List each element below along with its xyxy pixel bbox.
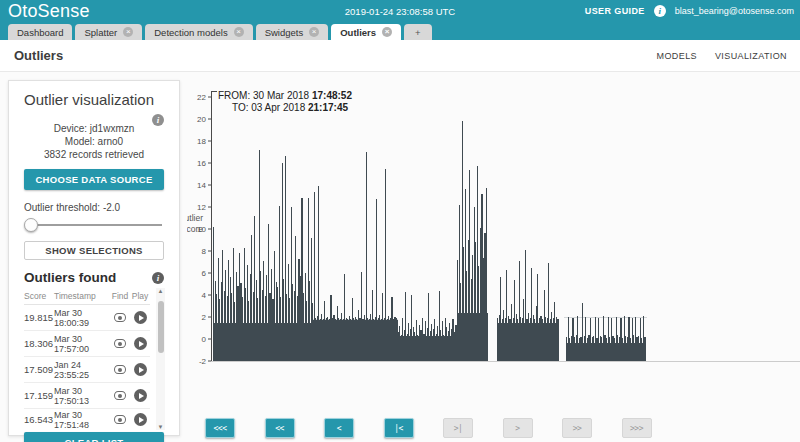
tab-label: Dashboard bbox=[17, 27, 63, 38]
scrollbar-thumb[interactable] bbox=[158, 301, 164, 353]
svg-text:0: 0 bbox=[202, 335, 207, 344]
datasource-summary: Device: jd1wxmzn Model: arno0 3832 recor… bbox=[24, 122, 164, 161]
table-header-row: Score Timestamp Find Play bbox=[24, 288, 150, 305]
choose-data-source-button[interactable]: CHOOSE DATA SOURCE bbox=[24, 169, 164, 190]
panel-info-icon[interactable]: i bbox=[152, 114, 164, 126]
pager-button[interactable]: < bbox=[324, 418, 354, 438]
tab-close-icon[interactable]: × bbox=[382, 27, 392, 37]
find-eye-icon[interactable] bbox=[114, 339, 126, 348]
col-find: Find bbox=[110, 291, 130, 301]
col-score: Score bbox=[24, 291, 54, 301]
outlier-chart-area: 2220181614121086420-2outlierscore FROM: … bbox=[187, 85, 800, 377]
tab-label: Outliers bbox=[340, 27, 376, 38]
scroll-down-icon[interactable]: ▼ bbox=[156, 424, 165, 430]
page-header: Outliers MODELS VISUALIZATION bbox=[0, 40, 800, 72]
play-icon[interactable] bbox=[134, 311, 147, 324]
tab-close-icon[interactable]: × bbox=[309, 27, 319, 37]
info-circle-icon[interactable]: i bbox=[654, 5, 666, 17]
tab-label: Detection models bbox=[154, 27, 227, 38]
play-icon[interactable] bbox=[134, 413, 147, 426]
tab-close-icon[interactable]: × bbox=[123, 27, 133, 37]
panel-title: Outlier visualization bbox=[24, 91, 164, 108]
row-score: 17.159 bbox=[24, 390, 54, 401]
tab-dashboard[interactable]: Dashboard bbox=[8, 24, 72, 40]
svg-text:2: 2 bbox=[202, 313, 207, 322]
tab-label: + bbox=[415, 27, 421, 38]
pager-button: >> bbox=[562, 418, 592, 438]
row-timestamp: Jan 24 23:55:25 bbox=[54, 360, 110, 380]
svg-text:12: 12 bbox=[197, 203, 206, 212]
play-icon[interactable] bbox=[134, 337, 147, 350]
from-time: 17:48:52 bbox=[312, 90, 352, 101]
row-timestamp: Mar 30 17:57:00 bbox=[54, 334, 110, 354]
page-nav: MODELS VISUALIZATION bbox=[657, 51, 787, 61]
nav-link-visualization[interactable]: VISUALIZATION bbox=[715, 51, 787, 61]
outlier-visualization-panel: Outlier visualization i Device: jd1wxmzn… bbox=[8, 80, 180, 436]
tab-splatter[interactable]: Splatter× bbox=[75, 24, 142, 40]
clear-list-button[interactable]: CLEAR LIST bbox=[24, 432, 164, 442]
tab-detection-models[interactable]: Detection models× bbox=[145, 24, 252, 40]
to-time: 21:17:45 bbox=[308, 102, 348, 113]
table-row: 19.815Mar 30 18:00:39 bbox=[24, 305, 150, 331]
tab-close-icon[interactable]: × bbox=[234, 27, 244, 37]
tab-label: Splatter bbox=[84, 27, 117, 38]
play-icon[interactable] bbox=[134, 363, 147, 376]
tab-bar: DashboardSplatter×Detection models×Swidg… bbox=[0, 22, 800, 40]
account-email[interactable]: blast_bearing@otosense.com bbox=[675, 6, 794, 16]
table-row: 16.543Mar 30 17:51:48 bbox=[24, 409, 150, 430]
table-row: 17.509Jan 24 23:55:25 bbox=[24, 357, 150, 383]
slider-handle[interactable] bbox=[24, 218, 38, 232]
row-score: 19.815 bbox=[24, 312, 54, 323]
row-score: 18.306 bbox=[24, 338, 54, 349]
chart-date-range: FROM: 30 Mar 2018 17:48:52 TO: 03 Apr 20… bbox=[218, 90, 352, 113]
records-line: 3832 records retrieved bbox=[24, 148, 164, 161]
tab-swidgets[interactable]: Swidgets× bbox=[256, 24, 329, 40]
svg-text:14: 14 bbox=[197, 181, 206, 190]
col-timestamp: Timestamp bbox=[54, 291, 110, 301]
list-scrollbar[interactable]: ▲ ▼ bbox=[156, 288, 165, 430]
pager-button[interactable]: <<< bbox=[205, 418, 235, 438]
table-row: 18.306Mar 30 17:57:00 bbox=[24, 331, 150, 357]
table-row: 17.159Mar 30 17:50:13 bbox=[24, 383, 150, 409]
svg-text:18: 18 bbox=[197, 137, 206, 146]
outlier-score-chart[interactable]: 2220181614121086420-2outlierscore bbox=[187, 85, 800, 377]
show-selections-button[interactable]: SHOW SELECTIONS bbox=[24, 241, 164, 260]
pager-button: >| bbox=[443, 418, 473, 438]
svg-text:outlier: outlier bbox=[187, 213, 203, 223]
col-play: Play bbox=[130, 291, 150, 301]
pager-button[interactable]: |< bbox=[384, 418, 414, 438]
row-timestamp: Mar 30 17:51:48 bbox=[54, 410, 110, 430]
outlier-threshold-slider[interactable] bbox=[24, 218, 164, 232]
row-score: 16.543 bbox=[24, 414, 54, 425]
page-title: Outliers bbox=[14, 48, 63, 63]
row-timestamp: Mar 30 18:00:39 bbox=[54, 308, 110, 328]
svg-text:8: 8 bbox=[202, 247, 207, 256]
user-guide-link[interactable]: USER GUIDE bbox=[585, 6, 645, 16]
play-icon[interactable] bbox=[134, 389, 147, 402]
outliers-found-info-icon[interactable]: i bbox=[152, 272, 164, 284]
scroll-up-icon[interactable]: ▲ bbox=[156, 288, 165, 294]
find-eye-icon[interactable] bbox=[114, 313, 126, 322]
svg-text:6: 6 bbox=[202, 269, 207, 278]
pager-button: > bbox=[503, 418, 533, 438]
outlier-threshold-label: Outlier threshold: -2.0 bbox=[24, 202, 164, 213]
find-eye-icon[interactable] bbox=[114, 365, 126, 374]
pager-button: >>> bbox=[622, 418, 652, 438]
find-eye-icon[interactable] bbox=[114, 391, 126, 400]
nav-link-models[interactable]: MODELS bbox=[657, 51, 697, 61]
outliers-table: Score Timestamp Find Play 19.815Mar 30 1… bbox=[24, 288, 164, 430]
svg-text:22: 22 bbox=[197, 93, 206, 102]
tab-add[interactable]: + bbox=[404, 24, 432, 40]
row-score: 17.509 bbox=[24, 364, 54, 375]
tab-outliers[interactable]: Outliers× bbox=[331, 24, 401, 40]
app-header: OtoSense 2019-01-24 23:08:58 UTC USER GU… bbox=[0, 0, 800, 22]
find-eye-icon[interactable] bbox=[114, 415, 126, 424]
svg-text:score: score bbox=[187, 224, 203, 234]
pager-button[interactable]: << bbox=[265, 418, 295, 438]
model-line: Model: arno0 bbox=[24, 135, 164, 148]
slider-track[interactable] bbox=[26, 224, 162, 226]
svg-text:16: 16 bbox=[197, 159, 206, 168]
device-line: Device: jd1wxmzn bbox=[24, 122, 164, 135]
outliers-found-title: Outliers found bbox=[24, 270, 116, 285]
svg-text:20: 20 bbox=[197, 115, 206, 124]
